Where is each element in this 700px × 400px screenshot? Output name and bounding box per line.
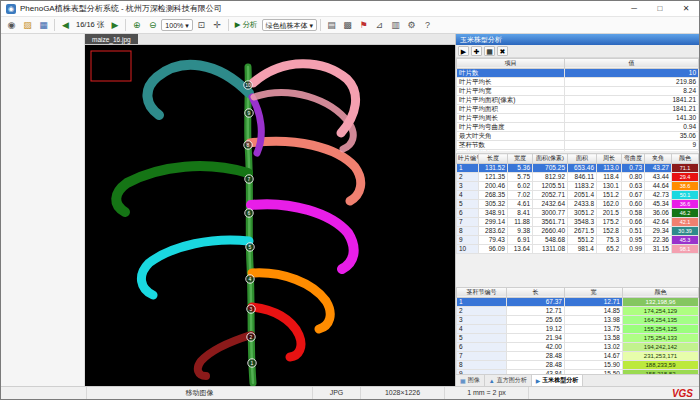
settings-icon[interactable]: ⚙ <box>404 18 419 32</box>
stem-row[interactable]: 642.0013.02194,242,142 <box>457 342 699 351</box>
prev-image-icon[interactable]: ◀ <box>58 18 73 32</box>
analyze-button[interactable]: ▶ 分析 <box>232 20 261 30</box>
leaf-row[interactable]: 6348.918.413000.773051.2201.50.5836.0646… <box>457 209 699 218</box>
leaf-row[interactable]: 8283.629.382660.402671.5152.80.5129.3430… <box>457 227 699 236</box>
leaf-color-swatch: 50.1 <box>672 191 699 200</box>
leaf-row[interactable]: 3200.466.021205.511183.2130.10.6344.6438… <box>457 182 699 191</box>
stem-row[interactable]: 212.7114.85174,254,129 <box>457 306 699 315</box>
mode-select[interactable]: 绿色植株本体 ▾ <box>262 19 317 31</box>
column-header[interactable]: 面积(像素) <box>533 154 568 164</box>
column-header[interactable]: 长 <box>507 287 565 297</box>
column-header[interactable]: 周长 <box>597 154 622 164</box>
zoom-level-select[interactable]: 100% ▾ <box>161 19 192 31</box>
summary-row[interactable]: 最大叶夹角35.06 <box>457 131 699 140</box>
table-cell: 14.85 <box>565 306 623 315</box>
help-icon[interactable]: ? <box>420 18 435 32</box>
table-cell: 12.71 <box>507 306 565 315</box>
stem-row[interactable]: 828.4815.90188,233,59 <box>457 360 699 369</box>
run-icon[interactable]: ▶ <box>458 46 469 56</box>
clear-icon[interactable]: ✖ <box>497 46 508 56</box>
svg-text:4: 4 <box>249 276 252 282</box>
zoom-in-icon[interactable]: ⊕ <box>129 18 144 32</box>
table-cell: 7.02 <box>508 191 533 200</box>
column-header[interactable]: 值 <box>565 58 699 68</box>
table-cell: 28.48 <box>507 360 565 369</box>
flag-icon[interactable]: ⚑ <box>356 18 371 32</box>
node-badge: 3 <box>247 305 255 313</box>
summary-row[interactable]: 叶片平均面积1841.21 <box>457 104 699 113</box>
table-cell: 0.95 <box>622 236 645 245</box>
table-cell: 5.36 <box>508 164 533 173</box>
close-button[interactable]: ✕ <box>673 1 699 17</box>
table-cell: 9.38 <box>508 227 533 236</box>
table-cell: 4.61 <box>508 200 533 209</box>
table-export-icon[interactable]: ▦ <box>484 46 495 56</box>
open-folder-icon[interactable]: ▨ <box>20 18 35 32</box>
summary-row[interactable]: 叶片平均弯曲度0.94 <box>457 122 699 131</box>
summary-row[interactable]: 茎秆节数9 <box>457 140 699 149</box>
leaf-2 <box>252 307 301 357</box>
stem-row[interactable]: 728.4814.67231,253,171 <box>457 351 699 360</box>
image-canvas[interactable]: 12345678910 <box>85 45 455 386</box>
add-icon[interactable]: ✚ <box>471 46 482 56</box>
summary-row[interactable]: 叶片平均周长141.30 <box>457 113 699 122</box>
tab-玉米株型分析[interactable]: ▶玉米株型分析 <box>532 375 584 386</box>
leaf-row[interactable]: 4268.357.022052.712051.4151.20.6742.7350… <box>457 191 699 200</box>
stem-row[interactable]: 167.3712.71132,198,96 <box>457 297 699 306</box>
column-header[interactable]: 颜色 <box>672 154 699 164</box>
stem-row[interactable]: 419.1213.75155,254,125 <box>457 324 699 333</box>
selection-rectangle[interactable] <box>91 51 131 81</box>
column-header[interactable]: 项目 <box>457 58 565 68</box>
ruler-icon[interactable]: ⊿ <box>372 18 387 32</box>
leaf-row[interactable]: 7299.1411.883561.713548.3175.20.6642.644… <box>457 218 699 227</box>
table-cell: 3000.77 <box>533 209 568 218</box>
stem-color-swatch: 194,242,142 <box>623 342 699 351</box>
leaf-row[interactable]: 979.436.91548.68551.275.30.9522.3645.3 <box>457 236 699 245</box>
leaf-row[interactable]: 5305.324.612432.642433.8162.00.6045.3436… <box>457 200 699 209</box>
leaf-row[interactable]: 1131.525.36705.25653.46113.00.7343.2771.… <box>457 164 699 173</box>
column-header[interactable]: 茎秆节编号 <box>457 287 507 297</box>
column-header[interactable]: 颜色 <box>623 287 699 297</box>
tab-图像[interactable]: ▦图像 <box>456 375 485 386</box>
summary-row[interactable]: 叶片平均面积(像素)1841.21 <box>457 95 699 104</box>
column-header[interactable]: 弯曲度 <box>622 154 645 164</box>
camera-icon[interactable]: ◉ <box>4 18 19 32</box>
svg-text:3: 3 <box>250 306 253 312</box>
summary-row[interactable]: 叶片平均宽8.24 <box>457 86 699 95</box>
maximize-button[interactable]: □ <box>647 1 673 17</box>
column-header[interactable]: 宽度 <box>508 154 533 164</box>
minimize-button[interactable]: ─ <box>621 1 647 17</box>
summary-header-row: 项目值 <box>457 58 699 68</box>
next-image-icon[interactable]: ▶ <box>107 18 122 32</box>
summary-row[interactable]: 叶片数10 <box>457 68 699 77</box>
column-header[interactable]: 长度 <box>479 154 508 164</box>
svg-text:10: 10 <box>245 82 251 88</box>
image-area: maize_16.jpg 12345678910 <box>85 34 455 386</box>
fit-view-icon[interactable]: ⊡ <box>194 18 209 32</box>
summary-row[interactable]: 分枝平均长36.85 <box>457 149 699 151</box>
column-header[interactable]: 夹角 <box>645 154 672 164</box>
summary-row[interactable]: 叶片平均长219.86 <box>457 77 699 86</box>
image-tab[interactable]: maize_16.jpg <box>85 34 138 44</box>
pan-icon[interactable]: ✛ <box>210 18 225 32</box>
leaf-row[interactable]: 1096.0913.641311.08981.465.20.9931.1598.… <box>457 245 699 254</box>
save-icon[interactable]: ▦ <box>36 18 51 32</box>
stem-row[interactable]: 325.6513.98164,254,135 <box>457 315 699 324</box>
table-cell: 79.43 <box>479 236 508 245</box>
leaf-row[interactable]: 2121.355.75812.92846.11118.40.8043.4429.… <box>457 173 699 182</box>
tab-直方图分析[interactable]: ▲直方图分析 <box>485 375 532 386</box>
stem-row[interactable]: 521.9413.58175,254,133 <box>457 333 699 342</box>
column-header[interactable]: 叶片编号 <box>457 154 479 164</box>
column-header[interactable]: 宽 <box>565 287 623 297</box>
table-icon[interactable]: ▥ <box>388 18 403 32</box>
zoom-out-icon[interactable]: ⊖ <box>145 18 160 32</box>
grid-icon[interactable]: ▩ <box>340 18 355 32</box>
column-header[interactable]: 面积 <box>568 154 597 164</box>
leaf-color-swatch: 46.2 <box>672 209 699 218</box>
table-cell: 22.36 <box>645 236 672 245</box>
status-spacer <box>1 387 87 400</box>
image-adjust-icon[interactable]: ▤ <box>324 18 339 32</box>
table-cell: 2660.40 <box>533 227 568 236</box>
table-cell: 1183.2 <box>568 182 597 191</box>
status-dimensions: 1028×1226 <box>361 387 445 400</box>
